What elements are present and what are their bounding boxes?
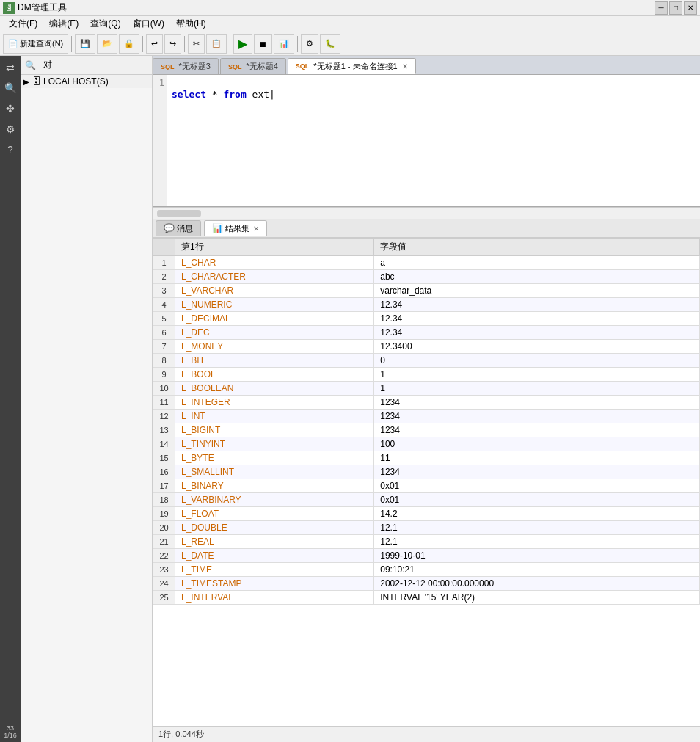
toolbar-separator-5 xyxy=(297,36,298,52)
stop-button[interactable]: ⏹ xyxy=(254,34,272,54)
line-number: 33 xyxy=(7,724,14,732)
results-label: 结果集 xyxy=(225,223,249,234)
cell-rownum: 25 xyxy=(153,591,175,605)
cell-colname: L_INTERVAL xyxy=(175,591,374,605)
sql-editor: 1 select * from ext| xyxy=(153,75,700,207)
cell-value: abc xyxy=(374,270,700,284)
explain-button[interactable]: 📊 xyxy=(274,34,294,54)
line-number-1: 1 xyxy=(153,78,164,88)
left-icon-transfer[interactable]: ⇄ xyxy=(1,59,19,76)
left-icon-help[interactable]: ? xyxy=(1,141,19,159)
h-scrollbar-thumb[interactable] xyxy=(157,210,201,217)
run-button[interactable]: ▶ xyxy=(233,34,252,54)
minimize-button[interactable]: ─ xyxy=(655,1,668,15)
left-icon-search[interactable]: 🔍 xyxy=(1,79,19,97)
cell-colname: L_BIT xyxy=(175,354,374,368)
toolbar-separator-4 xyxy=(230,36,230,52)
sidebar-tree-label[interactable]: LOCALHOST(S) xyxy=(43,76,109,87)
lock-button[interactable]: 🔒 xyxy=(119,34,139,54)
undo-button[interactable]: ↩ xyxy=(146,34,163,54)
cell-value: 12.1 xyxy=(374,535,700,549)
cell-colname: L_TIME xyxy=(175,563,374,577)
cell-rownum: 4 xyxy=(153,298,175,312)
cut-button[interactable]: ✂ xyxy=(188,34,205,54)
table-row: 8 L_BIT 0 xyxy=(153,354,700,368)
tab-bar: SQL *无标题3 SQL *无标题4 SQL *无标题1 - 未命名连接1 ✕ xyxy=(153,56,700,75)
cell-value: 2002-12-12 00:00:00.000000 xyxy=(374,577,700,591)
cell-colname: L_DECIMAL xyxy=(175,312,374,326)
header-rownum xyxy=(153,239,175,256)
menu-help[interactable]: 帮助(H) xyxy=(170,16,212,32)
tab-untitled4[interactable]: SQL *无标题4 xyxy=(220,58,286,74)
kw-select: select xyxy=(172,89,206,100)
cell-value: 12.1 xyxy=(374,521,700,535)
sidebar: 🔍 对 ▶ 🗄 LOCALHOST(S) xyxy=(21,56,153,742)
cell-colname: L_CHAR xyxy=(175,256,374,270)
table-row: 17 L_BINARY 0x01 xyxy=(153,479,700,493)
table-row: 11 L_INTEGER 1234 xyxy=(153,396,700,410)
tab-untitled1[interactable]: SQL *无标题1 - 未命名连接1 ✕ xyxy=(288,58,416,74)
messages-label: 消息 xyxy=(177,223,193,234)
maximize-button[interactable]: □ xyxy=(669,1,682,15)
kw-from: from xyxy=(223,89,246,100)
sidebar-btn-1[interactable]: 🔍 xyxy=(22,58,38,73)
debug-button[interactable]: 🐛 xyxy=(320,34,340,54)
cell-rownum: 15 xyxy=(153,451,175,465)
cell-colname: L_BYTE xyxy=(175,451,374,465)
left-icon-star[interactable]: ✤ xyxy=(1,100,19,117)
settings-button[interactable]: ⚙ xyxy=(301,34,318,54)
cell-value: 1999-10-01 xyxy=(374,549,700,563)
cell-colname: L_BIGINT xyxy=(175,423,374,437)
cell-colname: L_MONEY xyxy=(175,340,374,354)
result-tab-results[interactable]: 📊 结果集 ✕ xyxy=(204,220,267,236)
result-tab-messages[interactable]: 💬 消息 xyxy=(156,220,201,236)
cell-rownum: 21 xyxy=(153,535,175,549)
left-icon-gear[interactable]: ⚙ xyxy=(1,120,19,138)
cell-value: 1234 xyxy=(374,423,700,437)
open-button[interactable]: 📂 xyxy=(97,34,117,54)
sidebar-btn-2[interactable]: 对 xyxy=(40,58,56,73)
menu-query[interactable]: 查询(Q) xyxy=(84,16,126,32)
cell-value: 1234 xyxy=(374,465,700,479)
copy-button[interactable]: 📋 xyxy=(206,34,227,54)
cell-rownum: 22 xyxy=(153,549,175,563)
menu-edit[interactable]: 编辑(E) xyxy=(43,16,84,32)
toolbar-separator-3 xyxy=(184,36,185,52)
redo-button[interactable]: ↪ xyxy=(164,34,181,54)
results-container[interactable]: 第1行 字段值 1 L_CHAR a 2 L_CHARACTER abc 3 L… xyxy=(153,238,700,726)
cell-rownum: 11 xyxy=(153,396,175,410)
tab-close-button[interactable]: ✕ xyxy=(402,62,408,70)
cell-colname: L_CHARACTER xyxy=(175,270,374,284)
sidebar-object-header: ▶ 🗄 LOCALHOST(S) xyxy=(21,75,152,88)
editor-content[interactable]: select * from ext| xyxy=(167,75,700,206)
cell-rownum: 5 xyxy=(153,312,175,326)
toolbar-separator-1 xyxy=(71,36,72,52)
table-name: ext xyxy=(252,89,269,100)
table-row: 1 L_CHAR a xyxy=(153,256,700,270)
menu-window[interactable]: 窗口(W) xyxy=(127,16,170,32)
cell-value: 14.2 xyxy=(374,507,700,521)
cell-colname: L_SMALLINT xyxy=(175,465,374,479)
h-scroll[interactable] xyxy=(153,207,700,219)
results-close-button[interactable]: ✕ xyxy=(253,225,259,233)
cell-value: 1234 xyxy=(374,396,700,410)
status-text: 1行, 0.044秒 xyxy=(158,729,204,740)
table-row: 22 L_DATE 1999-10-01 xyxy=(153,549,700,563)
menu-file[interactable]: 文件(F) xyxy=(3,16,43,32)
cell-value: 0x01 xyxy=(374,479,700,493)
cell-rownum: 2 xyxy=(153,270,175,284)
new-query-button[interactable]: 📄 新建查询(N) xyxy=(3,34,68,54)
line-numbers: 1 xyxy=(153,75,167,206)
main-container: ⇄ 🔍 ✤ ⚙ ? ··· 33 1/16 🔍 对 ▶ 🗄 LOCALHOST(… xyxy=(0,56,700,742)
cell-colname: L_NUMERIC xyxy=(175,298,374,312)
table-row: 23 L_TIME 09:10:21 xyxy=(153,563,700,577)
results-icon: 📊 xyxy=(212,223,223,233)
cell-colname: L_BINARY xyxy=(175,479,374,493)
close-button[interactable]: ✕ xyxy=(684,1,697,15)
table-row: 21 L_REAL 12.1 xyxy=(153,535,700,549)
save-button[interactable]: 💾 xyxy=(75,34,95,54)
left-icon-strip: ⇄ 🔍 ✤ ⚙ ? ··· 33 1/16 xyxy=(0,56,21,742)
sidebar-content[interactable]: ▶ 🗄 LOCALHOST(S) xyxy=(21,75,152,742)
sidebar-expand-icon[interactable]: ▶ xyxy=(23,78,29,86)
tab-untitled3[interactable]: SQL *无标题3 xyxy=(153,58,219,74)
